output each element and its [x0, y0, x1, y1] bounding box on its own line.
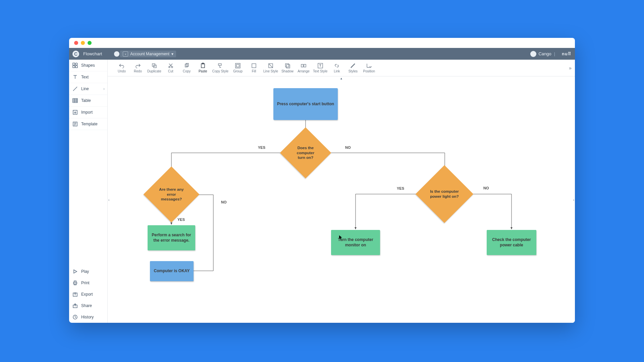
node-cable[interactable]: Check the computer power cable: [487, 230, 536, 255]
toolbar-shadow[interactable]: Shadow: [279, 62, 296, 74]
toolbar-arrange[interactable]: Arrange: [296, 62, 312, 74]
svg-rect-22: [235, 63, 240, 68]
svg-rect-23: [236, 64, 239, 67]
window-titlebar: [69, 38, 575, 48]
app-window: C Flowchart ‹ Account Management ▾ Cango…: [69, 38, 575, 323]
svg-rect-29: [304, 64, 306, 67]
toolbar-styles[interactable]: Styles: [345, 62, 361, 74]
toolbar-redo[interactable]: Redo: [130, 62, 146, 74]
sidebar-item-template[interactable]: Template: [69, 118, 107, 130]
toolbar-fill[interactable]: Fill: [246, 62, 262, 74]
group-icon: [235, 63, 241, 69]
window-close[interactable]: [74, 41, 78, 45]
toolbar-paste[interactable]: Paste: [195, 62, 211, 74]
toolbar-copy[interactable]: Copy: [179, 62, 195, 74]
collapse-top-icon[interactable]: ▴: [340, 76, 342, 80]
node-turn-on[interactable]: Does the computer turn on?: [287, 135, 324, 171]
svg-rect-27: [286, 65, 290, 68]
link-icon: [334, 63, 340, 69]
svg-point-1: [75, 63, 77, 65]
position-icon: [366, 63, 372, 69]
arrange-icon: [301, 63, 307, 69]
line-icon: [72, 86, 78, 92]
edge-label-yes-3: YES: [397, 186, 404, 190]
copy-style-icon: [217, 63, 223, 69]
node-power-light[interactable]: Is the computer power light on?: [424, 174, 465, 215]
paste-icon: [200, 63, 206, 69]
sidebar-label: Text: [81, 75, 89, 79]
copy-icon: [184, 63, 190, 69]
toolbar-undo[interactable]: Undo: [114, 62, 130, 74]
app-logo[interactable]: C: [72, 51, 79, 57]
toolbar-line-style[interactable]: Line Style: [262, 62, 279, 74]
svg-rect-28: [301, 64, 303, 67]
sidebar-label: Import: [81, 110, 93, 115]
toolbar-position[interactable]: Position: [361, 62, 377, 74]
sidebar-label: Template: [81, 122, 98, 126]
sidebar-item-import[interactable]: Import: [69, 107, 107, 118]
sidebar-item-export[interactable]: Export: [69, 289, 107, 300]
document-name: Account Management: [130, 52, 169, 56]
toolbar-link[interactable]: Link: [329, 62, 345, 74]
edge-label-no-3: NO: [483, 186, 489, 190]
window-minimize[interactable]: [81, 41, 85, 45]
redo-icon: [135, 63, 141, 69]
toolbar-text-style[interactable]: Text Style: [312, 62, 329, 74]
svg-rect-2: [73, 66, 75, 68]
sidebar-label: Print: [81, 281, 90, 285]
svg-point-15: [169, 66, 170, 68]
window-zoom[interactable]: [88, 41, 92, 45]
cut-icon: [168, 63, 174, 69]
styles-icon: [350, 63, 356, 69]
sidebar-item-print[interactable]: Print: [69, 277, 107, 289]
sidebar-item-line[interactable]: Line: [69, 83, 107, 95]
cursor-icon: [339, 235, 342, 240]
import-icon: [72, 110, 78, 115]
chevron-down-icon: ▾: [171, 52, 173, 56]
svg-rect-21: [218, 64, 221, 65]
sidebar: Shapes Text Line Table Import Template P…: [69, 60, 108, 323]
line-style-icon: [268, 63, 274, 69]
sidebar-item-share[interactable]: Share: [69, 300, 107, 311]
table-icon: [72, 98, 78, 103]
print-icon: [72, 280, 78, 286]
sidebar-item-shapes[interactable]: Shapes: [69, 60, 107, 71]
history-icon: [72, 314, 78, 320]
document-dropdown[interactable]: ‹ Account Management ▾: [120, 51, 176, 57]
canvas[interactable]: ▴ ‹ ‹ Press computer's start button Does…: [108, 76, 575, 323]
svg-rect-24: [252, 64, 256, 68]
toolbar-cut[interactable]: Cut: [163, 62, 179, 74]
collapse-left-icon[interactable]: ‹: [108, 198, 109, 201]
back-icon: ‹: [123, 51, 128, 57]
fill-icon: [251, 63, 257, 69]
node-ok[interactable]: Computer is OKAY: [150, 261, 194, 281]
toolbar-duplicate[interactable]: Duplicate: [146, 62, 163, 74]
sidebar-item-table[interactable]: Table: [69, 95, 107, 107]
node-errors[interactable]: Are there any error messages?: [152, 175, 191, 214]
svg-rect-8: [74, 281, 76, 282]
sidebar-item-history[interactable]: History: [69, 311, 107, 323]
svg-rect-26: [285, 64, 289, 67]
user-icon[interactable]: [114, 51, 119, 57]
app-title: Flowchart: [83, 51, 102, 56]
user-avatar[interactable]: [530, 51, 536, 57]
svg-point-16: [171, 66, 173, 68]
sidebar-item-play[interactable]: Play: [69, 266, 107, 277]
sidebar-label: Table: [81, 98, 91, 103]
sidebar-item-text[interactable]: Text: [69, 71, 107, 83]
template-icon: [72, 121, 78, 127]
node-monitor[interactable]: Turn the computer monitor on: [331, 230, 380, 255]
edge-label-no-2: NO: [221, 200, 227, 204]
toolbar-copy-style[interactable]: Copy Style: [211, 62, 230, 74]
sidebar-label: Line: [81, 86, 89, 91]
node-start[interactable]: Press computer's start button: [273, 88, 338, 120]
svg-rect-19: [201, 64, 205, 68]
collapse-right-icon[interactable]: ‹: [573, 198, 574, 201]
user-name[interactable]: Cango: [538, 51, 551, 56]
divider: |: [554, 51, 555, 56]
toolbar-group[interactable]: Group: [230, 62, 246, 74]
toolbar-more[interactable]: »: [569, 65, 572, 71]
text-style-icon: [317, 63, 323, 69]
node-search[interactable]: Perform a search for the error message.: [148, 225, 195, 250]
brand-label: nu⠿: [562, 51, 572, 56]
